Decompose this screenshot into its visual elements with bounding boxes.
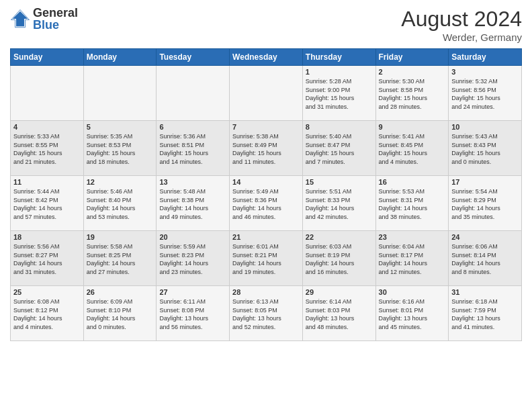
day-info: Sunrise: 6:09 AM Sunset: 8:10 PM Dayligh… [87, 298, 154, 331]
day-number: 17 [451, 178, 519, 186]
day-info: Sunrise: 5:33 AM Sunset: 8:55 PM Dayligh… [13, 132, 81, 166]
week-row-2: 11Sunrise: 5:44 AM Sunset: 8:42 PM Dayli… [11, 176, 522, 231]
day-info: Sunrise: 5:58 AM Sunset: 8:25 PM Dayligh… [87, 242, 154, 276]
day-number: 18 [13, 233, 81, 241]
day-number: 19 [87, 233, 154, 241]
week-row-3: 18Sunrise: 5:56 AM Sunset: 8:27 PM Dayli… [11, 231, 522, 286]
day-number: 4 [13, 123, 81, 131]
calendar-cell [83, 66, 157, 121]
day-info: Sunrise: 6:03 AM Sunset: 8:19 PM Dayligh… [306, 242, 373, 276]
day-info: Sunrise: 5:30 AM Sunset: 8:58 PM Dayligh… [379, 77, 446, 111]
day-number: 11 [13, 178, 81, 186]
day-number: 26 [87, 288, 154, 296]
day-info: Sunrise: 5:51 AM Sunset: 8:33 PM Dayligh… [306, 187, 373, 221]
calendar-body: 1Sunrise: 5:28 AM Sunset: 9:00 PM Daylig… [11, 66, 522, 341]
day-number: 29 [306, 288, 373, 296]
calendar-cell: 22Sunrise: 6:03 AM Sunset: 8:19 PM Dayli… [302, 231, 375, 286]
logo-blue-text: Blue [33, 19, 78, 31]
day-number: 25 [13, 288, 81, 296]
calendar-cell: 13Sunrise: 5:48 AM Sunset: 8:38 PM Dayli… [157, 176, 230, 231]
day-info: Sunrise: 5:46 AM Sunset: 8:40 PM Dayligh… [87, 187, 154, 221]
day-info: Sunrise: 5:53 AM Sunset: 8:31 PM Dayligh… [379, 187, 446, 221]
day-number: 15 [306, 178, 373, 186]
calendar-cell: 26Sunrise: 6:09 AM Sunset: 8:10 PM Dayli… [83, 286, 157, 341]
header-day-wednesday: Wednesday [230, 49, 303, 66]
week-row-4: 25Sunrise: 6:08 AM Sunset: 8:12 PM Dayli… [11, 286, 522, 341]
day-info: Sunrise: 5:36 AM Sunset: 8:51 PM Dayligh… [159, 132, 226, 166]
calendar-cell: 17Sunrise: 5:54 AM Sunset: 8:29 PM Dayli… [449, 176, 522, 231]
day-number: 13 [159, 178, 226, 186]
day-info: Sunrise: 5:43 AM Sunset: 8:43 PM Dayligh… [451, 132, 519, 166]
calendar-cell: 7Sunrise: 5:38 AM Sunset: 8:49 PM Daylig… [230, 121, 303, 176]
calendar-cell: 18Sunrise: 5:56 AM Sunset: 8:27 PM Dayli… [11, 231, 84, 286]
header-day-tuesday: Tuesday [157, 49, 230, 66]
calendar-header: SundayMondayTuesdayWednesdayThursdayFrid… [11, 49, 522, 66]
calendar-cell: 6Sunrise: 5:36 AM Sunset: 8:51 PM Daylig… [157, 121, 230, 176]
day-info: Sunrise: 5:35 AM Sunset: 8:53 PM Dayligh… [87, 132, 154, 166]
logo-text: General Blue [33, 7, 78, 31]
calendar-cell: 8Sunrise: 5:40 AM Sunset: 8:47 PM Daylig… [302, 121, 375, 176]
day-number: 30 [379, 288, 446, 296]
calendar-cell: 25Sunrise: 6:08 AM Sunset: 8:12 PM Dayli… [11, 286, 84, 341]
calendar-cell: 12Sunrise: 5:46 AM Sunset: 8:40 PM Dayli… [83, 176, 157, 231]
day-info: Sunrise: 5:44 AM Sunset: 8:42 PM Dayligh… [13, 187, 81, 221]
day-number: 10 [451, 123, 519, 131]
day-info: Sunrise: 6:18 AM Sunset: 7:59 PM Dayligh… [451, 298, 519, 331]
day-info: Sunrise: 5:59 AM Sunset: 8:23 PM Dayligh… [159, 242, 226, 276]
month-year-title: August 2024 [401, 7, 522, 32]
logo: General Blue [10, 7, 78, 31]
calendar-table: SundayMondayTuesdayWednesdayThursdayFrid… [10, 48, 522, 341]
calendar-cell: 5Sunrise: 5:35 AM Sunset: 8:53 PM Daylig… [83, 121, 157, 176]
day-info: Sunrise: 6:14 AM Sunset: 8:03 PM Dayligh… [306, 298, 373, 331]
day-info: Sunrise: 6:16 AM Sunset: 8:01 PM Dayligh… [379, 298, 446, 331]
day-info: Sunrise: 6:11 AM Sunset: 8:08 PM Dayligh… [159, 298, 226, 331]
day-number: 3 [451, 68, 519, 76]
calendar-cell: 21Sunrise: 6:01 AM Sunset: 8:21 PM Dayli… [230, 231, 303, 286]
day-info: Sunrise: 5:48 AM Sunset: 8:38 PM Dayligh… [159, 187, 226, 221]
day-info: Sunrise: 6:04 AM Sunset: 8:17 PM Dayligh… [379, 242, 446, 276]
day-number: 21 [232, 233, 300, 241]
main-container: General Blue August 2024 Werder, Germany… [0, 0, 532, 411]
calendar-cell: 31Sunrise: 6:18 AM Sunset: 7:59 PM Dayli… [449, 286, 522, 341]
calendar-cell: 16Sunrise: 5:53 AM Sunset: 8:31 PM Dayli… [375, 176, 449, 231]
day-info: Sunrise: 5:54 AM Sunset: 8:29 PM Dayligh… [451, 187, 519, 221]
calendar-cell: 2Sunrise: 5:30 AM Sunset: 8:58 PM Daylig… [375, 66, 449, 121]
header-day-saturday: Saturday [449, 49, 522, 66]
calendar-cell: 14Sunrise: 5:49 AM Sunset: 8:36 PM Dayli… [230, 176, 303, 231]
day-number: 31 [451, 288, 519, 296]
week-row-1: 4Sunrise: 5:33 AM Sunset: 8:55 PM Daylig… [11, 121, 522, 176]
week-row-0: 1Sunrise: 5:28 AM Sunset: 9:00 PM Daylig… [11, 66, 522, 121]
calendar-cell: 20Sunrise: 5:59 AM Sunset: 8:23 PM Dayli… [157, 231, 230, 286]
day-number: 14 [232, 178, 300, 186]
calendar-cell [230, 66, 303, 121]
calendar-cell: 1Sunrise: 5:28 AM Sunset: 9:00 PM Daylig… [302, 66, 375, 121]
header-row: SundayMondayTuesdayWednesdayThursdayFrid… [11, 49, 522, 66]
day-info: Sunrise: 6:08 AM Sunset: 8:12 PM Dayligh… [13, 298, 81, 331]
day-number: 1 [306, 68, 373, 76]
calendar-cell: 11Sunrise: 5:44 AM Sunset: 8:42 PM Dayli… [11, 176, 84, 231]
day-number: 12 [87, 178, 154, 186]
header-day-sunday: Sunday [11, 49, 84, 66]
calendar-cell: 10Sunrise: 5:43 AM Sunset: 8:43 PM Dayli… [449, 121, 522, 176]
calendar-cell [157, 66, 230, 121]
day-number: 20 [159, 233, 226, 241]
day-number: 23 [379, 233, 446, 241]
day-number: 2 [379, 68, 446, 76]
calendar-cell: 9Sunrise: 5:41 AM Sunset: 8:45 PM Daylig… [375, 121, 449, 176]
day-number: 28 [232, 288, 300, 296]
day-info: Sunrise: 5:41 AM Sunset: 8:45 PM Dayligh… [379, 132, 446, 166]
page-header: General Blue August 2024 Werder, Germany [10, 7, 522, 43]
title-block: August 2024 Werder, Germany [401, 7, 522, 43]
day-number: 22 [306, 233, 373, 241]
calendar-cell: 3Sunrise: 5:32 AM Sunset: 8:56 PM Daylig… [449, 66, 522, 121]
day-info: Sunrise: 5:40 AM Sunset: 8:47 PM Dayligh… [306, 132, 373, 166]
calendar-cell: 15Sunrise: 5:51 AM Sunset: 8:33 PM Dayli… [302, 176, 375, 231]
day-number: 24 [451, 233, 519, 241]
calendar-cell [11, 66, 84, 121]
header-day-thursday: Thursday [302, 49, 375, 66]
logo-general-text: General [33, 7, 78, 19]
calendar-cell: 23Sunrise: 6:04 AM Sunset: 8:17 PM Dayli… [375, 231, 449, 286]
calendar-cell: 30Sunrise: 6:16 AM Sunset: 8:01 PM Dayli… [375, 286, 449, 341]
day-info: Sunrise: 6:06 AM Sunset: 8:14 PM Dayligh… [451, 242, 519, 276]
day-number: 8 [306, 123, 373, 131]
